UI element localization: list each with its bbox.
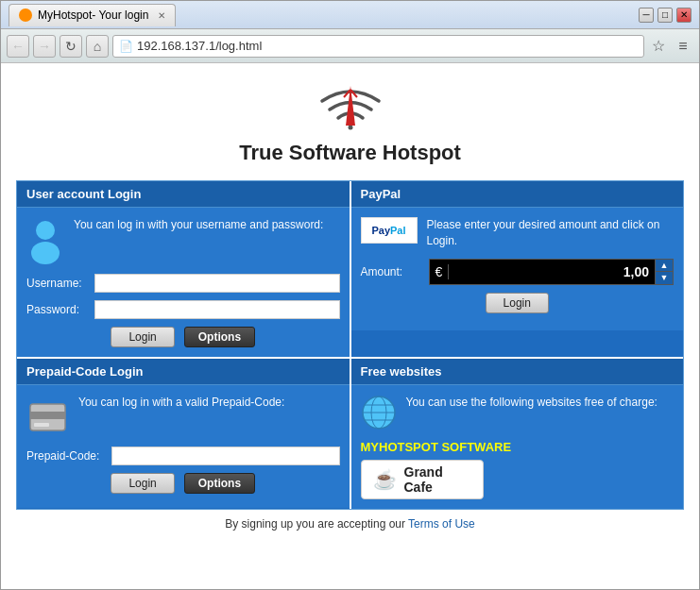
paypal-panel: PayPal PayPal Please enter your desired …: [351, 181, 684, 357]
close-button[interactable]: ✕: [676, 8, 691, 23]
reload-button[interactable]: ↻: [60, 35, 82, 58]
amount-spinner: ▲ ▼: [655, 260, 673, 284]
panels-grid: User account Login You can log in with y…: [16, 180, 684, 510]
paypal-panel-body: PayPal Please enter your desired amount …: [351, 208, 684, 330]
user-login-panel: User account Login You can log in with y…: [17, 181, 350, 357]
bookmark-icon[interactable]: ☆: [648, 36, 669, 57]
amount-input-wrap: € 1,00 ▲ ▼: [429, 259, 674, 285]
user-options-button[interactable]: Options: [184, 327, 255, 347]
username-row: Username:: [26, 274, 340, 293]
user-login-button[interactable]: Login: [111, 327, 174, 347]
svg-point-5: [31, 242, 60, 264]
grand-cafe-label: Grand Cafe: [404, 464, 471, 495]
user-btn-row: Login Options: [26, 327, 340, 347]
username-input[interactable]: [94, 274, 340, 293]
svg-rect-7: [30, 412, 65, 419]
globe-icon: [361, 395, 397, 430]
free-websites-header: Free websites: [351, 359, 684, 385]
wifi-icon: [16, 78, 684, 135]
tab-favicon-icon: [19, 8, 32, 22]
back-button[interactable]: ←: [7, 35, 29, 58]
menu-icon[interactable]: ≡: [673, 36, 693, 57]
hotspot-header: True Software Hotspot: [16, 78, 684, 165]
footer: By signing up you are accepting our Term…: [16, 510, 684, 534]
prepaid-input-row: Prepaid-Code:: [26, 447, 340, 465]
prepaid-btn-row: Login Options: [26, 473, 340, 494]
password-input[interactable]: [94, 300, 340, 319]
nav-bar: ← → ↻ ⌂ 📄 ☆ ≡: [1, 29, 699, 63]
tab-label: MyHotspot- Your login: [38, 8, 148, 22]
prepaid-avatar-icon: [26, 395, 69, 437]
address-file-icon: 📄: [119, 40, 133, 53]
free-websites-body: You can use the following websites free …: [351, 385, 684, 509]
prepaid-login-button[interactable]: Login: [111, 473, 174, 494]
forward-button[interactable]: →: [33, 35, 56, 58]
tab-close-icon[interactable]: ✕: [158, 10, 165, 21]
user-panel-body: You can log in with your username and pa…: [17, 208, 350, 357]
maximize-button[interactable]: □: [657, 8, 673, 23]
paypal-panel-header: PayPal: [351, 181, 684, 208]
svg-point-4: [36, 221, 55, 240]
paypal-logo: PayPal: [361, 217, 418, 244]
amount-label: Amount:: [361, 265, 429, 278]
window-controls: ─ □ ✕: [639, 8, 691, 23]
address-input[interactable]: [137, 39, 638, 53]
prepaid-options-button[interactable]: Options: [184, 473, 255, 494]
prepaid-code-input[interactable]: [111, 447, 340, 465]
free-websites-description: You can use the following websites free …: [406, 395, 657, 411]
password-label: Password:: [26, 303, 94, 316]
coffee-icon: ☕: [373, 468, 397, 491]
paypal-intro: PayPal Please enter your desired amount …: [361, 217, 674, 249]
address-bar-wrap: 📄: [112, 35, 644, 58]
amount-row: Amount: € 1,00 ▲ ▼: [361, 259, 674, 285]
svg-rect-8: [34, 423, 49, 427]
prepaid-description: You can log in with a valid Prepaid-Code…: [78, 395, 284, 411]
free-websites-panel: Free websites You can use t: [351, 359, 684, 509]
prepaid-panel-header: Prepaid-Code Login: [17, 359, 350, 385]
paypal-btn-row: Login: [361, 293, 674, 313]
prepaid-panel-body: You can log in with a valid Prepaid-Code…: [17, 385, 350, 508]
euro-sign: €: [430, 264, 450, 279]
nav-right-controls: ☆ ≡: [648, 36, 693, 57]
paypal-login-button[interactable]: Login: [486, 293, 549, 313]
prepaid-intro: You can log in with a valid Prepaid-Code…: [26, 395, 340, 437]
free-websites-intro: You can use the following websites free …: [361, 395, 674, 430]
password-row: Password:: [26, 300, 340, 319]
myhotspot-label: MYHOTSPOT SOFTWARE: [361, 440, 674, 454]
amount-down-button[interactable]: ▼: [656, 272, 673, 284]
paypal-description: Please enter your desired amount and cli…: [427, 217, 674, 249]
user-panel-intro: You can log in with your username and pa…: [26, 217, 340, 264]
title-bar: MyHotspot- Your login ✕ ─ □ ✕: [1, 1, 699, 29]
hotspot-title: True Software Hotspot: [16, 141, 684, 165]
prepaid-code-label: Prepaid-Code:: [26, 449, 111, 463]
prepaid-panel: Prepaid-Code Login You can log in with a…: [17, 359, 350, 509]
grand-cafe-button[interactable]: ☕ Grand Cafe: [361, 460, 484, 499]
browser-tab[interactable]: MyHotspot- Your login ✕: [9, 4, 176, 26]
page-content: True Software Hotspot User account Login: [1, 63, 699, 589]
browser-window: MyHotspot- Your login ✕ ─ □ ✕ ← → ↻ ⌂ 📄 …: [0, 0, 700, 590]
user-avatar-icon: [26, 217, 64, 264]
footer-text: By signing up you are accepting our: [225, 517, 408, 531]
minimize-button[interactable]: ─: [639, 8, 654, 23]
amount-up-button[interactable]: ▲: [656, 260, 673, 272]
user-description: You can log in with your username and pa…: [74, 217, 323, 233]
terms-link[interactable]: Terms of Use: [408, 517, 475, 531]
home-button[interactable]: ⌂: [86, 35, 109, 58]
user-panel-header: User account Login: [17, 181, 350, 208]
username-label: Username:: [26, 277, 94, 290]
amount-value: 1,00: [449, 264, 655, 279]
